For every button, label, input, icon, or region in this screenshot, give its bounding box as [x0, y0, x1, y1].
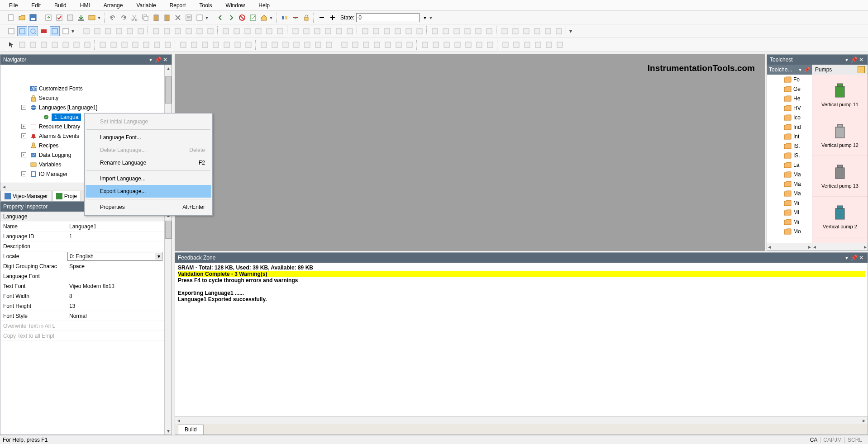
- property-value[interactable]: Space: [67, 263, 172, 269]
- tool-icon[interactable]: [221, 26, 231, 36]
- draw-tool-icon[interactable]: [281, 40, 291, 50]
- draw-tool-icon[interactable]: [163, 40, 173, 50]
- view4-icon[interactable]: [39, 26, 49, 36]
- tool-icon[interactable]: [232, 26, 242, 36]
- paste-icon[interactable]: [151, 13, 161, 23]
- property-value[interactable]: 1: [67, 233, 172, 240]
- validate-icon[interactable]: [54, 13, 64, 23]
- tool-icon[interactable]: [415, 26, 424, 36]
- design-canvas[interactable]: [175, 54, 765, 251]
- sim-icon[interactable]: [87, 13, 97, 23]
- toolchest-folder[interactable]: Ico: [767, 113, 812, 122]
- menu-arrange[interactable]: Arrange: [97, 1, 129, 10]
- tab-project[interactable]: Proje: [52, 191, 81, 201]
- toolbar-dropdown-icon[interactable]: ▾: [429, 14, 434, 21]
- context-menu-item[interactable]: Language Font...: [86, 131, 211, 144]
- tool-icon[interactable]: [125, 26, 135, 36]
- plus-icon[interactable]: [328, 13, 338, 23]
- toolchest-folder[interactable]: Ge: [767, 84, 812, 94]
- draw-tool-icon[interactable]: [431, 40, 441, 50]
- pointer-icon[interactable]: [6, 40, 16, 50]
- toolchest-folder[interactable]: IS.: [767, 141, 812, 151]
- menu-file[interactable]: File: [3, 1, 24, 10]
- tool-icon[interactable]: [404, 26, 414, 36]
- toolchest-folder[interactable]: La: [767, 160, 812, 170]
- tab-build[interactable]: Build: [178, 425, 204, 435]
- draw-tool-icon[interactable]: [339, 40, 349, 50]
- toolchest-item[interactable]: Vertical pump 12: [812, 115, 868, 156]
- property-value-dropdown[interactable]: 0: English▾: [67, 252, 162, 261]
- tree-item[interactable]: Security: [3, 93, 172, 103]
- view2-icon[interactable]: [17, 26, 27, 36]
- draw-tool-icon[interactable]: [200, 40, 210, 50]
- draw-tool-icon[interactable]: [39, 40, 49, 50]
- context-menu-item[interactable]: Export Language...: [86, 185, 211, 198]
- draw-tool-icon[interactable]: [544, 40, 554, 50]
- tool-icon[interactable]: [301, 26, 311, 36]
- property-row[interactable]: Font StyleNormal: [0, 311, 172, 321]
- draw-tool-icon[interactable]: [17, 40, 27, 50]
- draw-tool-icon[interactable]: [522, 40, 532, 50]
- save-icon[interactable]: [28, 13, 38, 23]
- scrollbar-horizontal[interactable]: ◂▸: [767, 243, 812, 250]
- scrollbar-vertical[interactable]: ▴▾: [164, 212, 172, 435]
- tool-icon[interactable]: [334, 26, 344, 36]
- tool-icon[interactable]: [484, 26, 494, 36]
- menu-edit[interactable]: Edit: [25, 1, 47, 10]
- draw-tool-icon[interactable]: [222, 40, 232, 50]
- draw-tool-icon[interactable]: [511, 40, 521, 50]
- tool-icon[interactable]: [500, 26, 510, 36]
- scrollbar-horizontal[interactable]: ◂▸: [812, 243, 868, 250]
- tool-icon[interactable]: [103, 26, 113, 36]
- property-value[interactable]: Language1: [67, 223, 172, 230]
- toolchest-item[interactable]: Vertical pump 13: [812, 156, 868, 197]
- draw-tool-icon[interactable]: [313, 40, 323, 50]
- toolchest-folder[interactable]: He: [767, 94, 812, 103]
- toolchest-folder[interactable]: Ma: [767, 189, 812, 198]
- tool-icon[interactable]: [253, 26, 263, 36]
- tool-icon[interactable]: [312, 26, 322, 36]
- panel-close-icon[interactable]: ✕: [858, 57, 865, 63]
- property-row[interactable]: Digit Grouping CharacSpace: [0, 261, 172, 271]
- panel-pin-icon[interactable]: 📌: [154, 57, 162, 63]
- draw-tool-icon[interactable]: [141, 40, 151, 50]
- tool-icon[interactable]: [151, 26, 161, 36]
- toolchest-folder[interactable]: Ind: [767, 122, 812, 132]
- draw-tool-icon[interactable]: [394, 40, 404, 50]
- draw-tool-icon[interactable]: [420, 40, 430, 50]
- toolchest-folder[interactable]: HV: [767, 103, 812, 113]
- tool-icon[interactable]: [136, 26, 146, 36]
- toolchest-folder[interactable]: Mi: [767, 208, 812, 217]
- panel-dropdown-icon[interactable]: ▾: [843, 255, 850, 261]
- minus-icon[interactable]: [317, 13, 327, 23]
- properties-icon[interactable]: [184, 13, 194, 23]
- tool-icon[interactable]: [543, 26, 553, 36]
- tool-icon[interactable]: [162, 26, 172, 36]
- context-menu-item[interactable]: Import Language...: [86, 172, 211, 185]
- property-value[interactable]: 13: [67, 303, 172, 309]
- property-row[interactable]: NameLanguage1: [0, 222, 172, 231]
- tool-icon[interactable]: [173, 26, 183, 36]
- context-menu-item[interactable]: Rename LanguageF2: [86, 156, 211, 169]
- refresh-icon[interactable]: [248, 13, 258, 23]
- draw-tool-icon[interactable]: [501, 40, 510, 50]
- toolchest-folder[interactable]: Int: [767, 132, 812, 141]
- state-dropdown-icon[interactable]: ▾: [421, 13, 429, 23]
- property-row[interactable]: Description: [0, 241, 172, 251]
- tool-icon[interactable]: [81, 26, 91, 36]
- refresh-icon[interactable]: [858, 66, 865, 73]
- menu-hmi[interactable]: HMI: [74, 1, 96, 10]
- scrollbar-horizontal[interactable]: ◂▸: [175, 416, 868, 424]
- menu-variable[interactable]: Variable: [130, 1, 162, 10]
- toolchest-folder[interactable]: Ma: [767, 179, 812, 189]
- draw-tool-icon[interactable]: [533, 40, 543, 50]
- draw-tool-icon[interactable]: [555, 40, 565, 50]
- property-row[interactable]: Locale0: English▾: [0, 251, 172, 261]
- tool-icon[interactable]: [291, 26, 300, 36]
- tool-icon[interactable]: [92, 26, 102, 36]
- redo-icon[interactable]: [119, 13, 129, 23]
- export-icon[interactable]: [43, 13, 53, 23]
- tool-icon[interactable]: [371, 26, 381, 36]
- draw-tool-icon[interactable]: [291, 40, 301, 50]
- tool-icon[interactable]: [205, 26, 215, 36]
